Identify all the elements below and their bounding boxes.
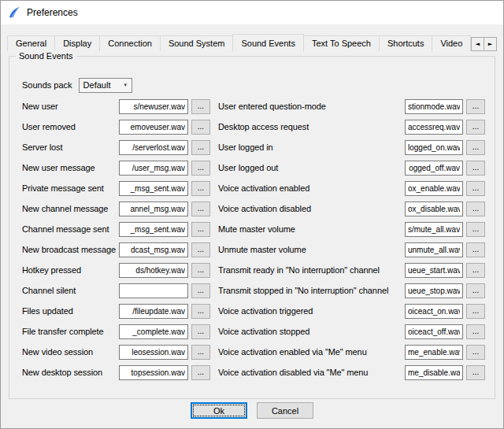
sound-file-input[interactable]: [119, 242, 188, 257]
sound-event-label: Private message sent: [22, 183, 116, 193]
tab-scroll-right-button[interactable]: ►: [484, 37, 497, 51]
browse-button[interactable]: ...: [191, 99, 210, 114]
browse-button[interactable]: ...: [191, 140, 210, 155]
tab-shortcuts[interactable]: Shortcuts: [379, 35, 432, 51]
tab-scroll-left-button[interactable]: ◄: [471, 37, 484, 51]
sound-event-label: New broadcast message: [22, 245, 116, 254]
sound-file-input[interactable]: [119, 324, 188, 339]
sound-file-input[interactable]: [405, 202, 463, 216]
sound-event-row: Desktop access request...: [218, 116, 485, 137]
sound-file-input[interactable]: [119, 283, 188, 298]
browse-button[interactable]: ...: [466, 304, 485, 319]
tab-sound-events[interactable]: Sound Events: [232, 34, 304, 52]
sounds-pack-row: Sounds pack Default ▼: [22, 77, 132, 93]
browse-button[interactable]: ...: [191, 120, 210, 135]
browse-button[interactable]: ...: [191, 324, 210, 339]
browse-button[interactable]: ...: [466, 242, 485, 257]
tab-connection[interactable]: Connection: [99, 35, 161, 51]
preferences-dialog: Preferences GeneralDisplayConnectionSoun…: [0, 0, 504, 429]
sound-event-label: Channel message sent: [22, 224, 116, 234]
sound-event-label: Server lost: [22, 142, 116, 152]
sound-file-input[interactable]: [119, 140, 188, 155]
sound-file-input[interactable]: [119, 222, 188, 237]
sound-file-input[interactable]: [405, 345, 463, 360]
sound-event-label: Voice activation enabled: [218, 183, 402, 193]
sound-file-input[interactable]: [405, 99, 463, 114]
sound-file-input[interactable]: [119, 99, 188, 114]
sound-file-input[interactable]: [119, 120, 188, 135]
sounds-pack-select[interactable]: Default ▼: [79, 78, 132, 93]
browse-button[interactable]: ...: [466, 120, 485, 135]
ok-button[interactable]: Ok: [191, 402, 247, 419]
sound-event-label: User entered question-mode: [218, 102, 402, 111]
sound-file-input[interactable]: [119, 202, 188, 216]
sound-file-input[interactable]: [405, 120, 463, 135]
sound-file-input[interactable]: [405, 140, 463, 155]
sound-file-input[interactable]: [405, 304, 463, 319]
browse-button[interactable]: ...: [466, 161, 485, 176]
sounds-pack-label: Sounds pack: [22, 80, 72, 90]
tab-video[interactable]: Video: [432, 35, 471, 51]
sound-file-input[interactable]: [119, 304, 188, 319]
sound-event-rows: New user...User removed...Server lost...…: [22, 96, 485, 383]
sound-file-input[interactable]: [405, 161, 463, 176]
sound-event-row: New broadcast message...: [22, 239, 210, 260]
sound-event-row: Voice activation enabled via "Me" menu..…: [218, 342, 485, 362]
sound-event-row: Voice activation stopped...: [218, 321, 485, 342]
sound-file-input[interactable]: [405, 222, 463, 237]
browse-button[interactable]: ...: [466, 181, 485, 196]
browse-button[interactable]: ...: [191, 222, 210, 237]
cancel-button[interactable]: Cancel: [257, 402, 313, 419]
browse-button[interactable]: ...: [191, 242, 210, 257]
sound-event-label: Voice activation enabled via "Me" menu: [218, 347, 402, 357]
browse-button[interactable]: ...: [191, 345, 210, 360]
sound-file-input[interactable]: [119, 345, 188, 360]
sound-event-row: New video session...: [22, 342, 210, 362]
sound-file-input[interactable]: [405, 242, 463, 257]
browse-button[interactable]: ...: [191, 202, 210, 216]
sound-file-input[interactable]: [405, 181, 463, 196]
title-bar: Preferences: [1, 1, 503, 24]
sound-event-label: User logged out: [218, 163, 402, 172]
sound-file-input[interactable]: [405, 365, 463, 380]
browse-button[interactable]: ...: [466, 202, 485, 216]
sound-event-row: Voice activation disabled...: [218, 198, 485, 219]
window-title: Preferences: [27, 7, 78, 18]
sound-event-row: Files updated...: [22, 301, 210, 321]
sound-file-input[interactable]: [405, 263, 463, 278]
browse-button[interactable]: ...: [191, 263, 210, 278]
sound-file-input[interactable]: [405, 283, 463, 298]
sound-file-input[interactable]: [119, 263, 188, 278]
browse-button[interactable]: ...: [191, 304, 210, 319]
tab-text-to-speech[interactable]: Text To Speech: [303, 35, 380, 51]
footer: Ok Cancel: [1, 402, 503, 419]
browse-button[interactable]: ...: [191, 161, 210, 176]
sound-file-input[interactable]: [119, 181, 188, 196]
browse-button[interactable]: ...: [466, 222, 485, 237]
browse-button[interactable]: ...: [466, 283, 485, 298]
tab-display[interactable]: Display: [54, 35, 100, 51]
sound-event-label: Hotkey pressed: [22, 265, 116, 275]
sound-file-input[interactable]: [405, 324, 463, 339]
browse-button[interactable]: ...: [466, 365, 485, 380]
sound-event-label: Voice activation disabled via "Me" menu: [218, 368, 402, 377]
browse-button[interactable]: ...: [466, 99, 485, 114]
sound-event-label: Voice activation triggered: [218, 306, 402, 316]
browse-button[interactable]: ...: [466, 324, 485, 339]
tab-sound-system[interactable]: Sound System: [160, 35, 234, 51]
browse-button[interactable]: ...: [466, 345, 485, 360]
browse-button[interactable]: ...: [191, 283, 210, 298]
sound-file-input[interactable]: [119, 161, 188, 176]
sound-event-label: New desktop session: [22, 368, 116, 377]
tab-general[interactable]: General: [7, 35, 55, 51]
browse-button[interactable]: ...: [466, 140, 485, 155]
browse-button[interactable]: ...: [191, 181, 210, 196]
sound-event-row: Voice activation disabled via "Me" menu.…: [218, 362, 485, 383]
browse-button[interactable]: ...: [191, 365, 210, 380]
sound-event-row: Private message sent...: [22, 178, 210, 198]
sound-event-label: New user message: [22, 163, 116, 172]
sound-file-input[interactable]: [119, 365, 188, 380]
browse-button[interactable]: ...: [466, 263, 485, 278]
app-icon: [8, 6, 20, 19]
tab-bar: GeneralDisplayConnectionSound SystemSoun…: [7, 35, 497, 51]
